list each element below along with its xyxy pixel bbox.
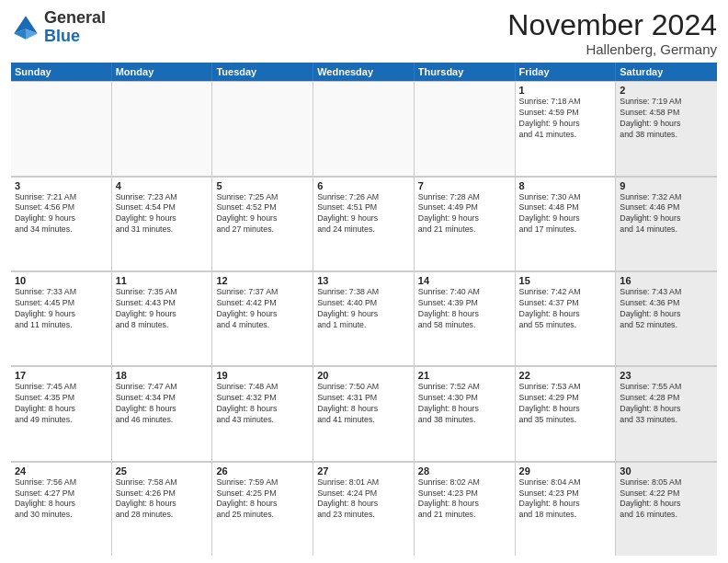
empty-cell-0-4 (415, 82, 516, 175)
day-info: Sunrise: 7:35 AM Sunset: 4:43 PM Dayligh… (116, 287, 209, 331)
day-info: Sunrise: 7:26 AM Sunset: 4:51 PM Dayligh… (317, 192, 410, 236)
day-cell-16: 16Sunrise: 7:43 AM Sunset: 4:36 PM Dayli… (616, 272, 717, 365)
day-info: Sunrise: 7:47 AM Sunset: 4:34 PM Dayligh… (116, 382, 209, 426)
day-info: Sunrise: 7:56 AM Sunset: 4:27 PM Dayligh… (15, 477, 108, 522)
day-cell-26: 26Sunrise: 7:59 AM Sunset: 4:25 PM Dayli… (212, 463, 313, 556)
day-number: 1 (519, 85, 612, 96)
day-number: 30 (620, 465, 713, 477)
day-cell-18: 18Sunrise: 7:47 AM Sunset: 4:34 PM Dayli… (112, 367, 213, 460)
header: General Blue November 2024 Hallenberg, G… (11, 9, 717, 57)
day-number: 13 (317, 275, 410, 286)
day-number: 21 (418, 370, 511, 381)
day-of-week-tuesday: Tuesday (212, 63, 313, 81)
day-cell-23: 23Sunrise: 7:55 AM Sunset: 4:28 PM Dayli… (616, 367, 717, 460)
day-of-week-sunday: Sunday (11, 63, 112, 81)
day-number: 27 (317, 465, 410, 477)
day-info: Sunrise: 7:33 AM Sunset: 4:45 PM Dayligh… (15, 287, 108, 331)
day-info: Sunrise: 7:19 AM Sunset: 4:58 PM Dayligh… (620, 97, 713, 141)
day-number: 28 (418, 465, 511, 477)
calendar-row-1: 1Sunrise: 7:18 AM Sunset: 4:59 PM Daylig… (11, 81, 717, 176)
day-cell-10: 10Sunrise: 7:33 AM Sunset: 4:45 PM Dayli… (11, 272, 112, 365)
day-info: Sunrise: 7:58 AM Sunset: 4:26 PM Dayligh… (116, 477, 209, 522)
day-info: Sunrise: 7:53 AM Sunset: 4:29 PM Dayligh… (519, 382, 612, 426)
day-number: 12 (216, 275, 309, 286)
day-number: 15 (519, 275, 612, 286)
logo-blue: Blue (44, 28, 106, 46)
day-info: Sunrise: 7:30 AM Sunset: 4:48 PM Dayligh… (519, 192, 612, 236)
day-cell-24: 24Sunrise: 7:56 AM Sunset: 4:27 PM Dayli… (11, 463, 112, 556)
day-number: 16 (620, 275, 713, 286)
day-info: Sunrise: 8:05 AM Sunset: 4:22 PM Dayligh… (620, 477, 713, 522)
calendar-header: SundayMondayTuesdayWednesdayThursdayFrid… (11, 63, 717, 81)
day-cell-25: 25Sunrise: 7:58 AM Sunset: 4:26 PM Dayli… (112, 463, 213, 556)
day-cell-17: 17Sunrise: 7:45 AM Sunset: 4:35 PM Dayli… (11, 367, 112, 460)
day-info: Sunrise: 7:45 AM Sunset: 4:35 PM Dayligh… (15, 382, 108, 426)
day-info: Sunrise: 7:50 AM Sunset: 4:31 PM Dayligh… (317, 382, 410, 426)
day-of-week-saturday: Saturday (616, 63, 717, 81)
day-number: 9 (620, 180, 713, 191)
calendar-body: 1Sunrise: 7:18 AM Sunset: 4:59 PM Daylig… (11, 81, 717, 556)
month-title: November 2024 (507, 9, 717, 41)
day-info: Sunrise: 8:04 AM Sunset: 4:23 PM Dayligh… (519, 477, 612, 522)
day-cell-9: 9Sunrise: 7:32 AM Sunset: 4:46 PM Daylig… (616, 178, 717, 270)
location: Hallenberg, Germany (507, 41, 717, 57)
day-cell-3: 3Sunrise: 7:21 AM Sunset: 4:56 PM Daylig… (11, 178, 112, 270)
day-info: Sunrise: 7:52 AM Sunset: 4:30 PM Dayligh… (418, 382, 511, 426)
day-cell-5: 5Sunrise: 7:25 AM Sunset: 4:52 PM Daylig… (212, 178, 313, 270)
day-number: 26 (216, 465, 309, 477)
day-info: Sunrise: 7:18 AM Sunset: 4:59 PM Dayligh… (519, 97, 612, 141)
day-cell-4: 4Sunrise: 7:23 AM Sunset: 4:54 PM Daylig… (112, 178, 213, 270)
day-of-week-monday: Monday (112, 63, 213, 81)
day-cell-11: 11Sunrise: 7:35 AM Sunset: 4:43 PM Dayli… (112, 272, 213, 365)
day-info: Sunrise: 7:55 AM Sunset: 4:28 PM Dayligh… (620, 382, 713, 426)
day-number: 23 (620, 370, 713, 381)
calendar-row-2: 3Sunrise: 7:21 AM Sunset: 4:56 PM Daylig… (11, 177, 717, 271)
day-number: 11 (116, 275, 209, 286)
day-info: Sunrise: 7:42 AM Sunset: 4:37 PM Dayligh… (519, 287, 612, 331)
day-info: Sunrise: 7:59 AM Sunset: 4:25 PM Dayligh… (216, 477, 309, 522)
empty-cell-0-1 (112, 82, 213, 175)
day-of-week-wednesday: Wednesday (313, 63, 415, 81)
empty-cell-0-2 (212, 82, 313, 175)
day-info: Sunrise: 7:43 AM Sunset: 4:36 PM Dayligh… (620, 287, 713, 331)
day-cell-19: 19Sunrise: 7:48 AM Sunset: 4:32 PM Dayli… (212, 367, 313, 460)
day-number: 3 (15, 180, 108, 191)
day-info: Sunrise: 8:02 AM Sunset: 4:23 PM Dayligh… (418, 477, 511, 522)
day-cell-21: 21Sunrise: 7:52 AM Sunset: 4:30 PM Dayli… (415, 367, 516, 460)
day-info: Sunrise: 7:25 AM Sunset: 4:52 PM Dayligh… (216, 192, 309, 236)
day-cell-29: 29Sunrise: 8:04 AM Sunset: 4:23 PM Dayli… (516, 463, 617, 556)
day-number: 5 (216, 180, 309, 191)
calendar: SundayMondayTuesdayWednesdayThursdayFrid… (11, 63, 717, 556)
day-number: 22 (519, 370, 612, 381)
day-cell-20: 20Sunrise: 7:50 AM Sunset: 4:31 PM Dayli… (313, 367, 415, 460)
day-cell-2: 2Sunrise: 7:19 AM Sunset: 4:58 PM Daylig… (616, 82, 717, 175)
day-info: Sunrise: 7:32 AM Sunset: 4:46 PM Dayligh… (620, 192, 713, 236)
day-number: 19 (216, 370, 309, 381)
day-cell-28: 28Sunrise: 8:02 AM Sunset: 4:23 PM Dayli… (415, 463, 516, 556)
empty-cell-0-0 (11, 82, 112, 175)
logo: General Blue (11, 9, 106, 46)
day-of-week-friday: Friday (516, 63, 617, 81)
day-info: Sunrise: 8:01 AM Sunset: 4:24 PM Dayligh… (317, 477, 410, 522)
day-number: 2 (620, 85, 713, 96)
day-number: 29 (519, 465, 612, 477)
empty-cell-0-3 (313, 82, 415, 175)
day-cell-22: 22Sunrise: 7:53 AM Sunset: 4:29 PM Dayli… (516, 367, 617, 460)
day-number: 25 (116, 465, 209, 477)
day-number: 18 (116, 370, 209, 381)
day-info: Sunrise: 7:38 AM Sunset: 4:40 PM Dayligh… (317, 287, 410, 331)
day-number: 7 (418, 180, 511, 191)
calendar-row-5: 24Sunrise: 7:56 AM Sunset: 4:27 PM Dayli… (11, 462, 717, 556)
day-cell-15: 15Sunrise: 7:42 AM Sunset: 4:37 PM Dayli… (516, 272, 617, 365)
day-info: Sunrise: 7:37 AM Sunset: 4:42 PM Dayligh… (216, 287, 309, 331)
day-cell-13: 13Sunrise: 7:38 AM Sunset: 4:40 PM Dayli… (313, 272, 415, 365)
calendar-row-4: 17Sunrise: 7:45 AM Sunset: 4:35 PM Dayli… (11, 366, 717, 461)
day-cell-8: 8Sunrise: 7:30 AM Sunset: 4:48 PM Daylig… (516, 178, 617, 270)
day-number: 6 (317, 180, 410, 191)
day-number: 24 (15, 465, 108, 477)
day-cell-12: 12Sunrise: 7:37 AM Sunset: 4:42 PM Dayli… (212, 272, 313, 365)
day-cell-27: 27Sunrise: 8:01 AM Sunset: 4:24 PM Dayli… (313, 463, 415, 556)
day-info: Sunrise: 7:40 AM Sunset: 4:39 PM Dayligh… (418, 287, 511, 331)
day-cell-1: 1Sunrise: 7:18 AM Sunset: 4:59 PM Daylig… (516, 82, 617, 175)
day-number: 14 (418, 275, 511, 286)
